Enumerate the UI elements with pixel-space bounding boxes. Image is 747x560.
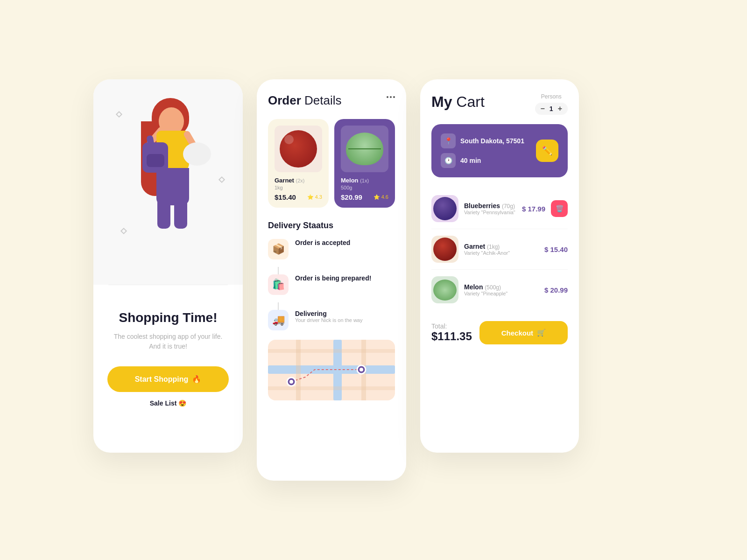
melon-name-text: Melon — [464, 283, 483, 291]
melon-price-cart: $ 20.99 — [544, 286, 568, 294]
order-details-header: Order Details — [268, 93, 395, 108]
status-label-accepted: Order is accepted — [295, 239, 395, 246]
product-card-garnet[interactable]: Garnet (2x) 1kg $15.40 ⭐ 4.3 — [268, 119, 329, 208]
garnet-item-info: Garnet (1kg) Variety "Achik-Anor" — [464, 243, 539, 256]
start-shopping-button[interactable]: Start Shopping 🔥 — [107, 366, 229, 392]
status-label-prepared: Order is being prepared! — [295, 274, 395, 282]
clock-icon: 🕐 — [441, 153, 456, 168]
persons-stepper: − 1 + — [535, 103, 568, 115]
products-row: Garnet (2x) 1kg $15.40 ⭐ 4.3 Melon (1x) … — [268, 119, 395, 208]
garnet-qty: (1kg) — [487, 244, 500, 250]
edit-delivery-button[interactable]: ✏️ — [536, 140, 558, 162]
connector-1 — [278, 267, 279, 274]
map-start-inner — [289, 380, 293, 384]
cart-item-melon: Melon (500g) Variety "Pineapple" $ 20.99 — [431, 270, 568, 310]
status-text-prepared: Order is being prepared! — [295, 274, 395, 282]
total-amount: $111.35 — [431, 330, 472, 343]
subtitle: The coolest shopping app of your life. A… — [107, 332, 229, 351]
delivery-card: 📍 South Dakota, 57501 🕐 40 min ✏️ — [431, 124, 568, 177]
woman-illustration — [107, 93, 229, 271]
garnet-item-name: Garnet (1kg) — [464, 243, 539, 250]
connector-2 — [278, 302, 279, 310]
sale-list-link[interactable]: Sale List 😍 — [150, 399, 186, 407]
garnet-price-cart: $ 15.40 — [544, 245, 568, 253]
cart-title-bold: My — [431, 93, 452, 110]
screen-my-cart: My Cart Persons − 1 + 📍 South Dakota, 57… — [420, 79, 579, 453]
melon-fruit-small — [433, 280, 457, 301]
title-bold: Order — [268, 93, 301, 107]
status-sub-delivering: Your driver Nick is on the way — [295, 317, 395, 323]
delivery-time: 40 min — [460, 157, 481, 164]
delete-blueberries-button[interactable]: 🗑️ — [551, 200, 568, 217]
blueberry-name-text: Blueberries — [464, 202, 500, 210]
dot-3 — [393, 96, 395, 98]
pants — [156, 168, 189, 205]
garnet-price-row: $15.40 ⭐ 4.3 — [275, 193, 322, 201]
screen-order-details: Order Details Garnet (2x) 1kg $15.40 ⭐ 4… — [257, 79, 406, 481]
screen-onboarding: Shopping Time! The coolest shopping app … — [93, 79, 243, 453]
persons-increase-button[interactable]: + — [558, 105, 562, 113]
delivery-address-row: 📍 South Dakota, 57501 — [441, 133, 536, 148]
more-menu-button[interactable] — [387, 96, 395, 105]
deco-diamond-1 — [116, 111, 122, 118]
melon-weight: 500g — [341, 185, 388, 190]
divider — [108, 285, 228, 285]
garnet-fruit-img — [280, 130, 317, 168]
delivery-map — [268, 340, 395, 400]
delivery-address: South Dakota, 57501 — [460, 137, 524, 145]
blueberry-variety: Variety "Pennsylvania" — [464, 210, 516, 215]
product-card-melon[interactable]: Melon (1x) 500g $20.99 ⭐ 4.6 — [334, 119, 395, 208]
persons-label: Persons — [541, 93, 562, 100]
status-item-delivering: 🚚 Delivering Your driver Nick is on the … — [268, 310, 395, 330]
melon-price: $20.99 — [341, 193, 362, 201]
dot-2 — [390, 96, 392, 98]
blueberry-qty: (70g) — [502, 203, 515, 210]
fire-icon: 🔥 — [192, 375, 201, 384]
leg-right — [174, 201, 187, 229]
garnet-item-image — [431, 236, 458, 263]
cart-title-normal: Cart — [452, 93, 484, 110]
status-text-delivering: Delivering Your driver Nick is on the wa… — [295, 310, 395, 323]
blueberry-fruit — [433, 197, 457, 220]
status-icon-delivering: 🚚 — [268, 310, 289, 330]
map-end-pin-inner — [359, 368, 363, 371]
order-details-title: Order Details — [268, 93, 342, 108]
backpack-pocket — [147, 154, 164, 167]
melon-image — [341, 126, 388, 172]
garnet-name: Garnet (2x) — [275, 177, 322, 184]
garnet-rating: ⭐ 4.3 — [307, 194, 322, 200]
delivery-status-title: Delivery Staatus — [268, 221, 395, 231]
persons-value: 1 — [550, 105, 553, 112]
total-block: Total: $111.35 — [431, 322, 472, 343]
status-text-accepted: Order is accepted — [295, 239, 395, 246]
status-item-prepared: 🛍️ Order is being prepared! — [268, 274, 395, 295]
blueberry-name: Blueberries (70g) — [464, 202, 516, 210]
cart-header: My Cart Persons − 1 + — [431, 93, 568, 115]
garnet-weight: 1kg — [275, 185, 322, 190]
melon-item-info: Melon (500g) Variety "Pineapple" — [464, 283, 539, 296]
status-icon-accepted: 📦 — [268, 239, 289, 259]
cart-footer: Total: $111.35 Checkout 🛒 — [431, 321, 568, 344]
persons-control: Persons − 1 + — [535, 93, 568, 115]
headline: Shopping Time! — [119, 310, 217, 325]
blueberry-item-info: Blueberries (70g) Variety "Pennsylvania" — [464, 202, 516, 215]
screens-container: Shopping Time! The coolest shopping app … — [93, 79, 654, 481]
melon-fruit-img — [346, 133, 383, 165]
grid-1 — [296, 340, 301, 400]
deco-diamond-3 — [120, 228, 127, 234]
title-normal: Details — [301, 93, 342, 107]
melon-item-image — [431, 276, 458, 303]
melon-price-row: $20.99 ⭐ 4.6 — [341, 193, 388, 201]
status-item-accepted: 📦 Order is accepted — [268, 239, 395, 259]
blueberry-price: $ 17.99 — [522, 205, 545, 213]
garnet-fruit-small — [433, 238, 457, 261]
edit-icon: ✏️ — [542, 146, 552, 156]
garnet-name-text: Garnet — [464, 243, 485, 250]
delivery-info: 📍 South Dakota, 57501 🕐 40 min — [441, 133, 536, 168]
persons-decrease-button[interactable]: − — [541, 105, 545, 113]
melon-variety: Variety "Pineapple" — [464, 291, 539, 296]
grid-3 — [268, 349, 395, 353]
start-shopping-label: Start Shopping — [135, 375, 189, 384]
basket — [183, 142, 211, 166]
checkout-button[interactable]: Checkout 🛒 — [479, 321, 568, 344]
